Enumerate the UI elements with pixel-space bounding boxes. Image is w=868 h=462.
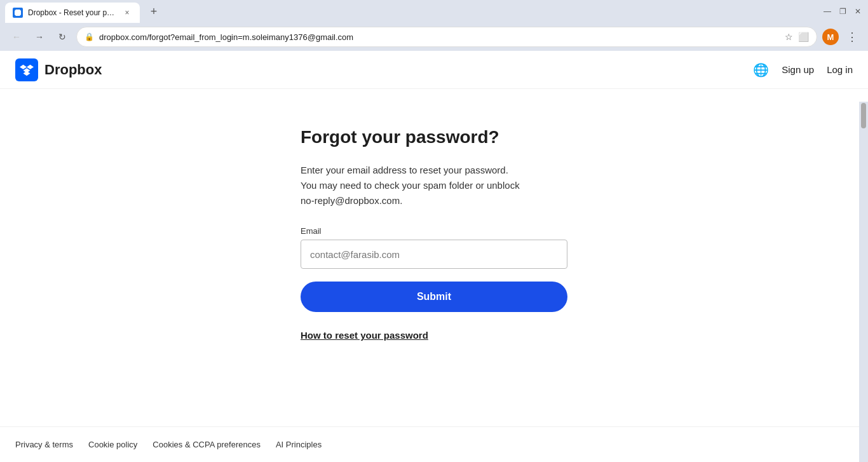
- logo-text: Dropbox: [44, 62, 102, 78]
- site-footer: Privacy & terms Cookie policy Cookies & …: [0, 426, 859, 462]
- dropbox-logo-icon: [15, 58, 38, 81]
- privacy-terms-link[interactable]: Privacy & terms: [15, 440, 73, 449]
- description-line-1: Enter your email address to reset your p…: [301, 165, 508, 175]
- main-area: Forgot your password? Enter your email a…: [0, 89, 868, 367]
- scrollbar-thumb[interactable]: [861, 103, 866, 128]
- bookmark-icon[interactable]: ☆: [785, 32, 793, 42]
- address-bar[interactable]: 🔒 dropbox.com/forgot?email_from_login=m.…: [76, 27, 817, 47]
- site-header: Dropbox 🌐 Sign up Log in: [0, 51, 868, 89]
- restore-button[interactable]: ❐: [837, 6, 848, 17]
- extensions-icon[interactable]: ⬜: [798, 32, 809, 42]
- email-input[interactable]: [301, 240, 567, 269]
- profile-avatar[interactable]: M: [822, 29, 839, 45]
- minimize-button[interactable]: —: [822, 6, 832, 17]
- header-right: 🌐 Sign up Log in: [753, 62, 853, 78]
- back-button[interactable]: ←: [8, 28, 25, 46]
- forward-button[interactable]: →: [31, 28, 48, 46]
- page-title: Forgot your password?: [301, 127, 567, 147]
- new-tab-button[interactable]: +: [145, 3, 163, 20]
- description-line-2: You may need to check your spam folder o…: [301, 180, 520, 191]
- submit-button[interactable]: Submit: [301, 282, 567, 312]
- url-text: dropbox.com/forgot?email_from_login=m.so…: [99, 32, 780, 42]
- scrollbar[interactable]: [859, 102, 868, 462]
- browser-menu-button[interactable]: ⋮: [844, 27, 860, 46]
- tab-favicon: [13, 8, 23, 18]
- ccpa-preferences-link[interactable]: Cookies & CCPA preferences: [153, 440, 261, 449]
- language-icon[interactable]: 🌐: [753, 62, 769, 78]
- close-button[interactable]: ✕: [853, 6, 863, 17]
- form-container: Forgot your password? Enter your email a…: [301, 127, 567, 341]
- logo-area[interactable]: Dropbox: [15, 58, 102, 81]
- description-text: Enter your email address to reset your p…: [301, 163, 567, 208]
- tab-title: Dropbox - Reset your password: [28, 8, 117, 17]
- lock-icon: 🔒: [85, 32, 94, 41]
- cookie-policy-link[interactable]: Cookie policy: [88, 440, 137, 449]
- refresh-button[interactable]: ↻: [53, 28, 71, 46]
- log-in-button[interactable]: Log in: [827, 64, 853, 75]
- description-line-3: no-reply@dropbox.com.: [301, 195, 402, 206]
- ai-principles-link[interactable]: AI Principles: [276, 440, 322, 449]
- active-tab[interactable]: Dropbox - Reset your password ×: [5, 3, 140, 23]
- how-to-reset-link[interactable]: How to reset your password: [301, 330, 428, 341]
- tab-close-button[interactable]: ×: [122, 8, 132, 18]
- sign-up-button[interactable]: Sign up: [782, 64, 814, 75]
- email-label: Email: [301, 226, 567, 236]
